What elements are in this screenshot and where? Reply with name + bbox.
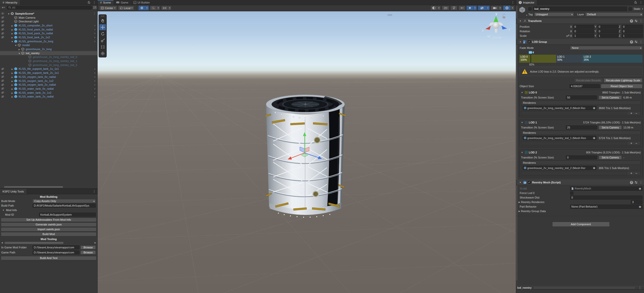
prefab-open-chevron[interactable]: › xyxy=(94,71,95,75)
y-field[interactable]: 0 xyxy=(597,25,619,29)
ksp2-menu-icon[interactable]: ⋮ xyxy=(91,189,97,194)
hierarchy-row[interactable]: ▼▶ KLSS_life_support_tank_1v_1x1 › ⋮ xyxy=(0,67,97,71)
scale-link-icon[interactable] xyxy=(566,34,570,37)
gizmos-toggle[interactable] xyxy=(503,6,511,10)
lod-foldout[interactable]: ▼ xyxy=(520,151,524,154)
foldout-arrow[interactable]: ▼▶ xyxy=(11,40,14,43)
ksp2-action-button[interactable]: Generate swinfo.json xyxy=(1,222,97,227)
prefab-open-chevron[interactable]: › xyxy=(94,67,95,71)
hierarchy-row[interactable]: ▼▶ greenhouse_2v_long › ⋮ xyxy=(0,47,97,51)
ksp2-action-button[interactable]: Build Mod xyxy=(1,232,97,236)
prefab-open-chevron[interactable]: › xyxy=(94,91,95,94)
visibility-gutter[interactable] xyxy=(0,83,6,86)
hand-tool[interactable] xyxy=(99,18,106,24)
foldout-arrow[interactable]: ▼▶ xyxy=(11,91,14,94)
scene-visibility-toggle[interactable] xyxy=(478,6,486,10)
prefab-open-chevron[interactable]: › xyxy=(94,95,95,98)
hierarchy-menu-icon[interactable]: ⋮ xyxy=(91,0,97,5)
lod-bar-playhead[interactable] xyxy=(531,55,531,63)
remove-renderer-button[interactable]: − xyxy=(635,112,637,115)
set-to-camera-button[interactable]: Set to Camera xyxy=(599,125,622,129)
prefab-open-chevron[interactable]: › xyxy=(94,79,95,83)
lod-segment[interactable]: LOD 0100% xyxy=(519,55,556,63)
hierarchy-row[interactable]: ▼▶ greenhouse_2v_long_reentry_lod_0 › ⋮ xyxy=(0,55,97,59)
scene-panel-menu-icon[interactable]: ⋮ xyxy=(510,0,516,5)
x-field[interactable]: 0 xyxy=(573,29,594,33)
projection-label[interactable]: Persp xyxy=(493,36,502,39)
visibility-gutter[interactable] xyxy=(0,28,6,31)
visibility-gutter[interactable] xyxy=(0,95,6,98)
hierarchy-row[interactable]: ▼▶ KLSS_greenhouse_2v_long › ⋮ xyxy=(0,39,97,43)
shockwave-dist-field[interactable]: 0 xyxy=(570,196,642,200)
2d-toggle[interactable]: 2D xyxy=(442,6,449,10)
prefab-open-chevron[interactable]: › xyxy=(94,87,95,90)
prefab-open-chevron[interactable]: › xyxy=(94,36,95,39)
move-tool[interactable] xyxy=(99,24,106,30)
presets-icon[interactable] xyxy=(634,40,638,43)
foldout-arrow[interactable]: ▼▶ xyxy=(18,52,21,55)
lodgroup-header[interactable]: ▼ ✓ LOD Group ? ⋮ xyxy=(516,39,644,45)
inspector-scrollbar[interactable] xyxy=(516,5,517,285)
lodgroup-foldout[interactable]: ▼ xyxy=(519,41,522,43)
footer-menu-icon[interactable]: ⋮ xyxy=(637,286,643,289)
scale-tool[interactable] xyxy=(99,37,106,43)
object-picker-icon[interactable]: ◉ xyxy=(593,136,595,140)
gameobject-icon[interactable]: ▾ xyxy=(519,6,527,17)
gizmos-dropdown[interactable]: ▾ xyxy=(511,6,514,10)
active-checkbox[interactable] xyxy=(528,7,532,11)
tab-game[interactable]: Game xyxy=(113,0,131,5)
presets-icon[interactable] xyxy=(634,181,638,184)
part-behavior-field[interactable]: None (Part Behavior) ◉ xyxy=(570,205,642,209)
reentry-menu-icon[interactable]: ⋮ xyxy=(639,181,642,184)
renderer-object-field[interactable]: greenhouse_2v_long_reentry_lod_1 (Mesh R… xyxy=(523,136,596,140)
scene-visibility-dropdown[interactable]: ▾ xyxy=(486,6,490,10)
ingame-folder-field[interactable]: D:/SteamLibrary/steamapps/com xyxy=(33,245,79,249)
lod-foldout[interactable]: ▼ xyxy=(520,121,524,124)
prefab-open-chevron[interactable]: › xyxy=(94,31,95,35)
hierarchy-row[interactable]: ▼▶ greenhouse_2v_long_reentry_lod_1 › ⋮ xyxy=(0,59,97,63)
lod-box-header[interactable]: ▼ LOD 2 806 Triangles (9,31% LOD0) - 1 S… xyxy=(519,150,642,155)
prefab-open-chevron[interactable]: › xyxy=(94,24,95,27)
hierarchy-row[interactable]: ▼▶ KLSS_water_tank_2v_radial › ⋮ xyxy=(0,94,97,99)
foldout-arrow[interactable]: ▼▶ xyxy=(11,83,14,86)
transition-field[interactable]: 0 xyxy=(566,155,597,159)
visibility-gutter[interactable] xyxy=(0,36,6,39)
transform-tool[interactable] xyxy=(99,50,106,56)
presets-icon[interactable] xyxy=(634,19,638,22)
y-field[interactable]: 0 xyxy=(597,29,619,33)
foldout-arrow[interactable]: ▼▶ xyxy=(11,75,14,78)
foldout-arrow[interactable]: ▼▶ xyxy=(11,95,14,98)
lod-foldout[interactable]: ▼ xyxy=(520,91,524,94)
visibility-gutter[interactable] xyxy=(0,87,6,90)
transform-row-label[interactable]: Position xyxy=(520,25,570,28)
lod-camera-icon[interactable] xyxy=(529,51,534,54)
visibility-gutter[interactable] xyxy=(0,32,6,35)
foldout-arrow[interactable]: ▼▶ xyxy=(11,28,14,31)
reentry-renderers-count[interactable]: 3 xyxy=(631,200,642,204)
audio-toggle[interactable] xyxy=(458,6,465,10)
hierarchy-row[interactable]: ▼▶ KLSS_water_tank_2v_1x2 › ⋮ xyxy=(0,91,97,95)
hierarchy-row[interactable]: ▼▶ KLSS_composter_2v_short › ⋮ xyxy=(0,23,97,27)
hierarchy-row[interactable]: ▼▶ KLSS_oxygen_tank_2v_1x2 › ⋮ xyxy=(0,79,97,83)
hierarchy-row[interactable]: ▼▶ model › ⋮ xyxy=(0,43,97,47)
tab-inspector[interactable]: i Inspector xyxy=(516,0,537,5)
prefab-open-chevron[interactable]: › xyxy=(94,83,95,86)
increment-snap-dropdown[interactable]: ▾ xyxy=(156,6,160,10)
prefab-open-chevron[interactable]: › xyxy=(94,40,95,43)
tab-scene[interactable]: # Scene xyxy=(98,0,113,5)
foldout-arrow[interactable]: ▼▶ xyxy=(11,87,14,90)
foldout-arrow[interactable]: ▼▶ xyxy=(11,32,14,35)
lodgroup-enabled-checkbox[interactable]: ✓ xyxy=(528,40,531,43)
snap-size-dropdown[interactable]: ▾ xyxy=(168,6,171,10)
orientation-button[interactable]: Local▾ xyxy=(118,6,134,10)
foldout-arrow[interactable]: ▼▶ xyxy=(14,44,17,47)
lodgroup-menu-icon[interactable]: ⋮ xyxy=(639,40,642,44)
scene-camera-button[interactable] xyxy=(491,6,498,10)
add-component-button[interactable]: Add Component xyxy=(552,222,610,227)
hierarchy-row[interactable]: ▼▶ KLSS_water_tank_0v_radial › ⋮ xyxy=(0,87,97,91)
effects-toggle[interactable] xyxy=(466,6,473,10)
add-object-button[interactable]: +▾ xyxy=(1,6,6,9)
foldout-arrow[interactable]: ▼▶ xyxy=(7,12,10,15)
rect-tool[interactable] xyxy=(99,44,106,50)
object-picker-icon[interactable]: ◉ xyxy=(593,106,595,110)
